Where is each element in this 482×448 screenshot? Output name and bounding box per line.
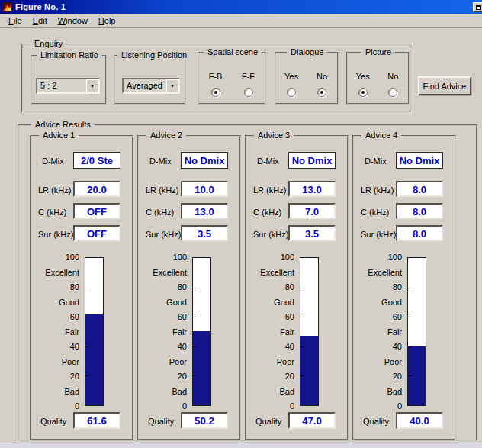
quality-value-field: 47.0 (288, 412, 336, 429)
listening-position-label: Listening Position (117, 50, 191, 60)
quality-label: Quality (363, 417, 389, 426)
dmix-value-field: 2/0 Ste (73, 152, 120, 169)
gauge-quality-word: Poor (277, 357, 294, 366)
window-control-button-partial[interactable] (473, 2, 482, 12)
gauge-quality-word: Excellent (45, 268, 79, 277)
gauge-tick-label: 0 (397, 401, 402, 411)
gauge-quality-word: Poor (169, 357, 187, 366)
radio-dialogue-yes[interactable] (287, 88, 296, 97)
gauge-tick-label: 0 (290, 401, 294, 411)
gauge-tick-label: 60 (178, 312, 187, 321)
dmix-label: D-Mix (149, 156, 172, 166)
limitation-ratio-label: Limitation Ratio (37, 50, 102, 60)
menu-help[interactable]: Help (94, 15, 120, 27)
gauge-tick-mark (193, 346, 196, 347)
quality-scale-labels: 100806040200ExcellentGoodFairPoorBad (31, 257, 82, 406)
gauge-quality-word: Bad (279, 387, 294, 396)
gauge-quality-word: Fair (280, 327, 294, 337)
quality-scale-labels: 100806040200ExcellentGoodFairPoorBad (246, 257, 297, 406)
c-value-field: 8.0 (396, 203, 443, 219)
gauge-tick-label: 40 (70, 342, 79, 351)
menu-file[interactable]: File (4, 15, 27, 27)
gauge-tick-label: 20 (393, 372, 402, 381)
picture-option-label: Yes (348, 72, 378, 81)
gauge-tick-label: 80 (393, 282, 402, 292)
quality-label: Quality (148, 417, 174, 426)
gauge-tick-mark (408, 288, 411, 288)
radio-spatial-fb[interactable] (211, 88, 220, 97)
advice-panel-title: Advice 4 (362, 131, 401, 140)
menu-window[interactable]: Window (53, 15, 92, 27)
lr-value-field: 13.0 (288, 181, 336, 197)
gauge-tick-mark (193, 288, 196, 288)
radio-picture-no[interactable] (388, 88, 397, 97)
advice-panel-title: Advice 3 (254, 131, 294, 140)
gauge-tick-mark (300, 346, 304, 347)
sur-value-field: OFF (73, 225, 120, 241)
matlab-logo-icon (2, 2, 12, 12)
menu-edit[interactable]: Edit (28, 15, 52, 27)
dialogue-option-label: Yes (276, 72, 307, 81)
gauge-quality-word: Good (166, 298, 187, 307)
gauge-quality-word: Bad (172, 387, 187, 396)
radio-spatial-ff[interactable] (244, 88, 253, 97)
radio-dialogue-no[interactable] (317, 88, 326, 97)
spatial-scene-option-label: F-F (232, 72, 265, 81)
gauge-tick-label: 80 (178, 282, 187, 292)
dmix-label: D-Mix (257, 156, 279, 166)
enquiry-group-title: Enquiry (31, 39, 66, 48)
picture-option-label: No (378, 72, 409, 81)
limitation-ratio-dropdown[interactable]: 5 : 2 ▼ (36, 78, 100, 94)
gauge-tick-label: 60 (70, 312, 79, 321)
advice-results-group: Advice Results Advice 1 D-Mix 2/0 Ste LR… (18, 124, 477, 441)
c-label: C (kHz) (253, 208, 281, 217)
c-label: C (kHz) (361, 208, 389, 217)
lr-label: LR (kHz) (146, 185, 178, 195)
gauge-quality-word: Poor (62, 357, 79, 366)
gauge-tick-mark (85, 375, 88, 376)
enquiry-group: Enquiry Limitation Ratio 5 : 2 ▼ Listeni… (21, 44, 411, 112)
quality-label: Quality (255, 417, 281, 426)
listening-position-value: Averaged (127, 81, 162, 90)
gauge-quality-word: Good (59, 298, 79, 307)
gauge-quality-word: Excellent (153, 268, 187, 277)
quality-label: Quality (40, 417, 66, 426)
sur-label: Sur (kHz) (146, 230, 181, 239)
dialogue-frame: Dialogue Yes No (275, 52, 339, 105)
gauge-tick-label: 20 (178, 372, 187, 381)
advice-panel-title: Advice 2 (146, 131, 186, 140)
lr-label: LR (kHz) (253, 185, 286, 195)
quality-gauge (407, 257, 426, 406)
dmix-value-field: No Dmix (181, 152, 228, 169)
gauge-tick-label: 40 (285, 342, 294, 351)
limitation-ratio-value: 5 : 2 (40, 81, 56, 90)
gauge-tick-label: 60 (285, 312, 294, 321)
dmix-value-field: No Dmix (396, 152, 443, 169)
gauge-tick-label: 100 (388, 253, 402, 262)
quality-scale-labels: 100806040200ExcellentGoodFairPoorBad (354, 257, 405, 406)
advice-panel-4: Advice 4 D-Mix No Dmix LR (kHz) 8.0 C (k… (352, 135, 456, 440)
find-advice-button[interactable]: Find Advice (418, 76, 471, 95)
lr-label: LR (kHz) (361, 185, 394, 195)
chevron-down-icon[interactable]: ▼ (86, 79, 98, 92)
lr-value-field: 10.0 (181, 181, 228, 197)
listening-position-frame: Listening Position Averaged ▼ (114, 55, 186, 105)
gauge-tick-label: 20 (70, 372, 79, 381)
gauge-tick-mark (193, 317, 196, 317)
gauge-quality-word: Bad (387, 387, 402, 396)
gauge-tick-mark (85, 317, 88, 317)
advice-panel-3: Advice 3 D-Mix No Dmix LR (kHz) 13.0 C (… (245, 135, 349, 440)
gauge-tick-label: 20 (285, 372, 294, 381)
radio-picture-yes[interactable] (358, 88, 368, 97)
quality-value-field: 50.2 (181, 412, 228, 429)
picture-frame: Picture Yes No (346, 52, 410, 105)
chevron-down-icon[interactable]: ▼ (166, 79, 178, 92)
c-label: C (kHz) (146, 208, 174, 217)
gauge-tick-mark (300, 375, 304, 376)
lr-label: LR (kHz) (38, 185, 71, 195)
gauge-tick-mark (300, 288, 304, 288)
listening-position-dropdown[interactable]: Averaged ▼ (122, 78, 180, 94)
gauge-quality-word: Excellent (260, 268, 294, 277)
quality-gauge (192, 257, 211, 406)
gauge-quality-word: Good (274, 298, 294, 307)
